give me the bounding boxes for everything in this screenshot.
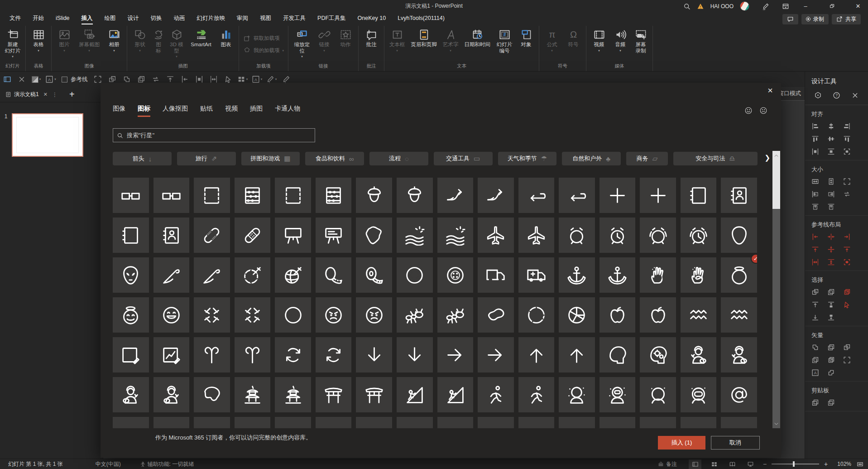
zoom-in-button[interactable]: + [823,460,829,468]
ribbon-button-SmartArt[interactable]: SmartArt [187,27,215,62]
align-top-edge-button[interactable] [811,301,827,309]
icon-tile-antarctica[interactable] [478,297,514,333]
icon-tile-astronaut-2-outline[interactable] [681,377,717,412]
menu-tab-设计[interactable]: 设计 [122,12,145,26]
quickbar-guide-tool[interactable] [177,75,192,83]
ribbon-button-缩放定位[interactable]: 缩放定 位▾ [291,27,313,62]
notes-button[interactable]: 备注 [658,460,677,468]
normal-view-button[interactable] [689,459,701,469]
icon-tile-artist[interactable] [113,377,149,412]
icon-tile-arrow-fork-outline[interactable] [478,178,514,213]
icon-tile-astronaut-2[interactable] [640,377,676,412]
icon-tile-torii-gate-outline[interactable] [356,377,392,412]
ribbon-button-视频[interactable]: 视频▾ [589,27,609,62]
icon-tile-alarm-ringing-outline[interactable] [681,218,717,253]
dialog-tab-图标[interactable]: 图标 [138,105,150,117]
category-自然和户外[interactable]: 自然和户外♣ [562,152,621,165]
ribbon-button-文本框[interactable]: 文本框▾ [387,27,408,62]
ribbon-button-图标[interactable]: 图 标 [151,27,166,62]
icon-tile-anemone-outline[interactable] [681,257,717,293]
ribbon-button-音频[interactable]: 音频▾ [610,27,631,62]
accessibility-status[interactable]: 辅助功能: 一切就绪 [140,460,194,468]
icon-tile-artist-female[interactable] [681,337,717,372]
icon-tile-partial[interactable] [640,417,676,428]
user-name[interactable]: HAI OOO [710,3,734,10]
icon-tile-alien-outline[interactable] [113,257,149,293]
quickbar-fill-tool[interactable] [120,75,134,83]
icon-tile-plus-thick[interactable] [599,178,636,213]
icon-tile-torii-gate[interactable] [316,377,352,412]
icon-tile-mountain-climbing[interactable] [397,377,433,412]
slide-sorter-view-button[interactable] [708,459,720,469]
icon-tile-temple-outline[interactable] [275,377,311,412]
icon-tile-aquarius[interactable] [681,297,717,333]
icon-tile-arrow-bend[interactable] [518,178,555,213]
icon-tile-arrow-right[interactable] [437,337,474,372]
icon-tile-yarn[interactable] [235,257,271,293]
ribbon-button-屏幕截图[interactable]: 屏幕截图▾ [75,27,103,62]
document-tab[interactable]: 演示文稿1 ✕ [3,87,50,102]
reading-view-button[interactable] [726,459,739,469]
icon-tile-airplane[interactable] [478,218,514,253]
tab-overflow-icon[interactable]: ⋮ [52,92,58,98]
dialog-tab-贴纸[interactable]: 贴纸 [200,105,213,117]
category-商务[interactable]: 商务▱ [626,152,668,165]
icon-tile-yarn-outline[interactable] [275,257,311,293]
menu-tab-视图[interactable]: 视图 [254,12,277,26]
icon-tile-angry-face[interactable] [275,297,311,333]
ribbon-button-图表[interactable]: 图表 [216,27,236,62]
icon-tile-ant-outline[interactable] [437,297,474,333]
guide-bottom-button[interactable] [843,246,859,253]
icon-tile-aries-outline[interactable] [235,337,271,372]
quickbar-text-styles[interactable]: ▾ [43,75,58,83]
paste-button[interactable] [827,399,843,406]
ribbon-button-形状[interactable]: 形状▾ [129,27,150,62]
icon-tile-partial[interactable] [113,417,149,428]
combine-shapes-button[interactable] [827,369,843,377]
menu-tab-文件[interactable]: 文件 [4,12,27,26]
center-in-slide-button[interactable] [843,148,859,155]
align-right-button[interactable] [843,122,859,130]
icon-tile-partial[interactable] [194,417,230,428]
ribbon-button-对象[interactable]: 对象 [516,27,537,62]
icon-tile-abacus[interactable] [194,178,230,213]
avatar[interactable] [740,1,749,11]
category-旅行[interactable]: 旅行⇗ [177,152,236,165]
quickbar-theme-colors[interactable]: ▾ [29,76,43,83]
search-icon[interactable] [683,3,691,10]
menu-tab-开始[interactable]: 开始 [27,12,50,26]
copy-button[interactable] [811,399,827,406]
icon-tile-apple[interactable] [599,297,636,333]
union-shapes-button[interactable] [811,343,827,351]
category-交通工具[interactable]: 交通工具▭ [434,152,493,165]
icon-tile-bandage[interactable] [194,218,230,253]
send-to-back-button[interactable] [827,314,843,321]
icon-tile-alarm-clock-outline[interactable] [599,218,636,253]
icon-tile-anemone[interactable] [640,257,676,293]
icon-tile-aperture-outline[interactable] [559,297,595,333]
quickbar-eraser-tool[interactable] [279,75,293,83]
select-hidden-button[interactable] [827,288,843,296]
select-objects-button[interactable] [811,288,827,296]
menu-tab-幻灯片放映[interactable]: 幻灯片放映 [191,12,231,26]
icon-tile-farm-field-outline[interactable] [437,218,474,253]
icon-tile-acorn[interactable] [356,178,392,213]
select-pointer-button[interactable] [843,301,859,309]
align-left-button[interactable] [811,122,827,130]
comments-button[interactable] [782,14,798,24]
dialog-tab-图像[interactable]: 图像 [113,105,125,117]
ribbon-button-艺术字[interactable]: 艺术字▾ [440,27,461,62]
icon-tile-abacus-2[interactable] [275,178,311,213]
quickbar-text-tool[interactable]: ▾ [250,75,264,83]
zoom-slider[interactable] [772,464,819,464]
icon-tile-alarm-clock[interactable] [559,218,595,253]
dialog-tab-视频[interactable]: 视频 [225,105,238,117]
swap-width-height-button[interactable] [843,190,859,198]
icon-tile-needle-outline[interactable] [194,257,230,293]
search-input[interactable] [127,132,315,139]
ribbon-button-屏幕录制[interactable]: 屏幕 录制 [631,27,650,62]
dialog-tab-卡通人物[interactable]: 卡通人物 [275,105,300,117]
icon-tile-arrow-down[interactable] [356,337,392,372]
icon-tile-arrow-down-outline[interactable] [397,337,433,372]
icon-tile-angry-face-2-outline[interactable] [356,297,392,333]
